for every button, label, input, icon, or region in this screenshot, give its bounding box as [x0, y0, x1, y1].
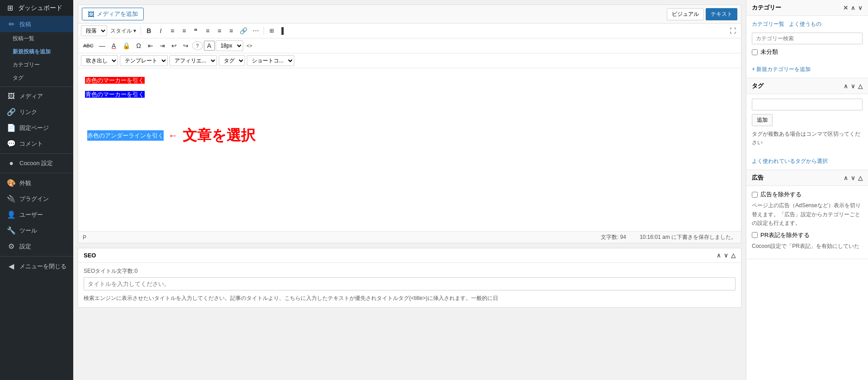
editor-tag-indicator: P: [83, 234, 86, 241]
paragraph-select[interactable]: 段落: [81, 25, 107, 36]
font-color-btn[interactable]: A: [108, 41, 119, 51]
indent-in-btn[interactable]: ⇥: [157, 41, 168, 51]
ad-chevron-down-icon[interactable]: ∨: [851, 175, 855, 181]
sidebar-sub-tags[interactable]: タグ: [0, 71, 73, 85]
sidebar-posts-label: 投稿: [19, 20, 31, 28]
ad-expand-icon[interactable]: △: [858, 175, 863, 181]
seo-panel-header: SEO ∧ ∨ △: [78, 248, 741, 263]
sidebar-item-users[interactable]: 👤 ユーザー: [0, 207, 73, 223]
sidebar-item-close-menu[interactable]: ◀ メニューを閉じる: [0, 258, 73, 274]
ad-chevron-up-icon[interactable]: ∧: [844, 175, 848, 181]
indent-out-btn[interactable]: ⇤: [145, 41, 156, 51]
ul-btn[interactable]: ≡: [167, 26, 178, 36]
sidebar-logo[interactable]: ⊞ ダッシュボード: [0, 0, 73, 16]
wp-icon: ⊞: [5, 4, 14, 12]
bold-btn[interactable]: B: [143, 26, 154, 36]
strikethrough-btn[interactable]: ABC: [81, 42, 96, 50]
style-dropdown-btn[interactable]: スタイル ▾: [108, 26, 138, 36]
tag-chevron-down-icon[interactable]: ∨: [851, 83, 855, 90]
category-header: カテゴリー ✕ ∧ ∨: [746, 0, 868, 16]
source-btn[interactable]: <>: [244, 42, 255, 50]
redo-btn[interactable]: ↪: [180, 41, 191, 51]
seo-expand-icon[interactable]: △: [731, 252, 736, 259]
tag-section: タグ ∧ ∨ △ 追加 タグが複数ある場合はコンマで区切ってください よく使われ…: [746, 78, 868, 170]
tag-popular-link[interactable]: よく使われているタグから選択: [752, 158, 828, 164]
font-size-select[interactable]: 18px: [216, 40, 243, 51]
blockquote-btn[interactable]: ❝: [190, 26, 201, 36]
tag-body: 追加 タグが複数ある場合はコンマで区切ってください よく使われているタグから選択: [746, 94, 868, 170]
shortcode-select[interactable]: ショートコ...: [247, 55, 294, 66]
comments-label: コメント: [19, 140, 43, 148]
sidebar-item-cocoon[interactable]: ● Cocoon 設定: [0, 156, 73, 171]
seo-title-input[interactable]: [84, 277, 736, 290]
tag-expand-icon[interactable]: △: [858, 83, 863, 90]
link-btn[interactable]: 🔗: [237, 26, 250, 36]
no-pr-checkbox[interactable]: [752, 232, 758, 238]
no-ad-checkbox[interactable]: [752, 192, 758, 198]
category-section: カテゴリー ✕ ∧ ∨ カテゴリー覧 よく使うもの 未分類 + 新規カテゴリーを…: [746, 0, 868, 78]
seo-description-text: 検索エンジンに表示させたいタイトルを入力してください。記事のタイトルより、こちら…: [84, 294, 736, 303]
hr-btn[interactable]: —: [97, 41, 108, 51]
sidebar-item-links[interactable]: 🔗 リンク: [0, 104, 73, 120]
tab-visual-button[interactable]: ビジュアル: [667, 8, 704, 20]
seo-chevron-down-icon[interactable]: ∨: [724, 252, 728, 259]
align-right-btn[interactable]: ≡: [226, 26, 236, 36]
editor-content[interactable]: 赤色のマーカーを引く 青色のマーカーを引く 赤色のアンダーラインを引く ← 文章…: [78, 68, 741, 231]
italic-btn[interactable]: I: [155, 26, 166, 36]
custom-btn[interactable]: ▌: [278, 26, 289, 36]
uncategorized-checkbox[interactable]: [752, 49, 758, 55]
users-label: ユーザー: [19, 211, 43, 219]
align-center-btn[interactable]: ≡: [214, 26, 225, 36]
add-category-link[interactable]: + 新規カテゴリーを追加: [752, 66, 811, 72]
category-header-controls: ✕ ∧ ∨: [843, 5, 863, 11]
media-add-label: メディアを追加: [97, 10, 138, 18]
posts-new-label: 新規投稿を追加: [13, 48, 51, 56]
affiliate-select[interactable]: アフィリエ...: [170, 55, 217, 66]
sidebar-logo-label: ダッシュボード: [18, 4, 62, 12]
tag-chevron-up-icon[interactable]: ∧: [844, 83, 848, 90]
category-chevron-down-icon[interactable]: ∨: [858, 5, 863, 11]
sidebar-item-tools[interactable]: 🔧 ツール: [0, 223, 73, 238]
font-color2-btn[interactable]: A: [204, 41, 215, 51]
more-btn[interactable]: ⋯: [250, 26, 261, 36]
sidebar-item-posts[interactable]: ✏ 投稿: [0, 16, 73, 32]
balloon-select[interactable]: 吹き出し: [81, 55, 118, 66]
help-btn[interactable]: ?: [192, 41, 203, 50]
align-left-btn[interactable]: ≡: [202, 26, 213, 36]
seo-panel-body: SEOタイトル文字数:0 検索エンジンに表示させたいタイトルを入力してください。…: [78, 263, 741, 307]
sidebar-sub-posts-new[interactable]: 新規投稿を追加: [0, 45, 73, 58]
template-select[interactable]: テンプレート: [120, 55, 168, 66]
sidebar-item-settings[interactable]: ⚙ 設定: [0, 238, 73, 254]
media-icon: 🖼: [7, 92, 16, 100]
tab-category-common[interactable]: よく使うもの: [789, 20, 821, 28]
posts-icon: ✏: [7, 20, 16, 28]
category-search-input[interactable]: [752, 33, 863, 44]
sidebar-item-pages[interactable]: 📄 固定ページ: [0, 120, 73, 136]
category-title: カテゴリー: [752, 4, 781, 12]
category-chevron-up-icon[interactable]: ∧: [851, 5, 855, 11]
sidebar-sub-posts-list[interactable]: 投稿一覧: [0, 32, 73, 45]
table-btn[interactable]: ⊞: [266, 26, 277, 35]
omega-btn[interactable]: Ω: [133, 41, 144, 51]
media-label: メディア: [19, 92, 43, 100]
tab-category-all[interactable]: カテゴリー覧: [752, 20, 784, 28]
lock-btn[interactable]: 🔒: [120, 41, 132, 51]
tag-add-button[interactable]: 追加: [752, 114, 773, 126]
undo-btn[interactable]: ↩: [169, 41, 179, 51]
annotation-area: 赤色のアンダーラインを引く ← 文章を選択: [87, 123, 734, 149]
media-add-button[interactable]: 🖼 メディアを追加: [82, 8, 144, 20]
tag-input[interactable]: [752, 99, 863, 110]
category-close-icon[interactable]: ✕: [843, 5, 848, 11]
ol-btn[interactable]: ≡: [179, 26, 189, 36]
sidebar-item-plugins[interactable]: 🔌 プラグイン: [0, 191, 73, 207]
tab-text-button[interactable]: テキスト: [706, 8, 737, 20]
appearance-icon: 🎨: [7, 179, 16, 187]
fullscreen-btn[interactable]: ⛶: [727, 26, 738, 36]
seo-chevron-up-icon[interactable]: ∧: [717, 252, 721, 259]
sidebar-item-comments[interactable]: 💬 コメント: [0, 136, 73, 152]
sidebar-item-media[interactable]: 🖼 メディア: [0, 89, 73, 104]
tag-select[interactable]: タグ: [219, 55, 245, 66]
sidebar-sub-categories[interactable]: カテゴリー: [0, 58, 73, 71]
editor-tab-group: ビジュアル テキスト: [667, 8, 737, 20]
sidebar-item-appearance[interactable]: 🎨 外観: [0, 175, 73, 191]
